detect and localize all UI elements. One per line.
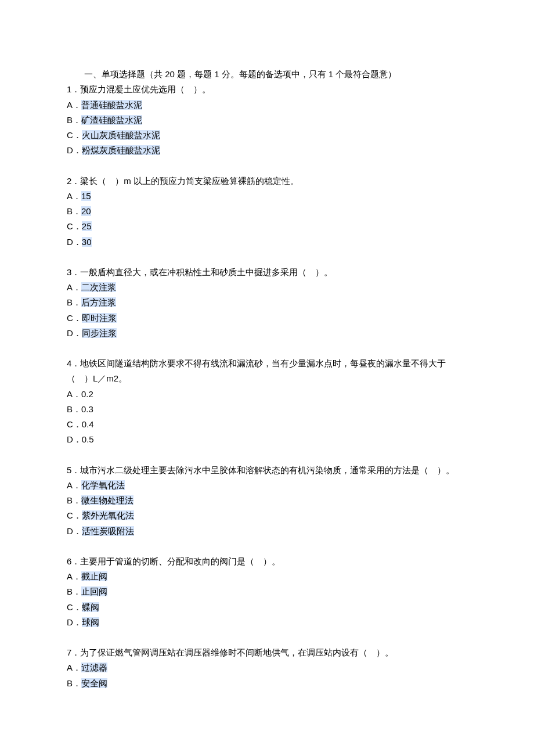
option-label: B． <box>67 495 81 505</box>
option: A．化学氧化法 <box>67 478 467 493</box>
option: C．25 <box>67 219 467 234</box>
option-text: 30 <box>82 237 92 247</box>
option: B．安全阀 <box>67 676 467 691</box>
option: B．后方注浆 <box>67 295 467 310</box>
question: 1．预应力混凝土应优先选用（ ）。A．普通硅酸盐水泥B．矿渣硅酸盐水泥C．火山灰… <box>67 82 467 158</box>
option: C．火山灰质硅酸盐水泥 <box>67 128 467 143</box>
option-label: C． <box>67 221 82 231</box>
option-text: 截止阀 <box>81 571 107 581</box>
option: A．二次注浆 <box>67 280 467 295</box>
option: D．球阀 <box>67 615 467 630</box>
option: C．蝶阀 <box>67 600 467 615</box>
option-label: B． <box>67 115 81 125</box>
option-text: 活性炭吸附法 <box>82 526 134 536</box>
option: B．止回阀 <box>67 584 467 599</box>
option-label: A． <box>67 282 81 292</box>
option-label: D． <box>67 328 82 338</box>
option-text: 普通硅酸盐水泥 <box>81 100 142 110</box>
option-label: A． <box>67 100 81 110</box>
question: 6．主要用于管道的切断、分配和改向的阀门是（ ）。A．截止阀B．止回阀C．蝶阀D… <box>67 554 467 630</box>
question-text: 5．城市污水二级处理主要去除污水中呈胶体和溶解状态的有机污染物质，通常采用的方法… <box>67 463 467 478</box>
option: A．过滤器 <box>67 660 467 675</box>
option-label: D． <box>67 145 82 155</box>
option-label: B． <box>67 404 81 414</box>
option: A．普通硅酸盐水泥 <box>67 98 467 113</box>
section-header: 一、单项选择题（共 20 题，每题 1 分。每题的备选项中，只有 1 个最符合题… <box>67 67 467 82</box>
questions-container: 1．预应力混凝土应优先选用（ ）。A．普通硅酸盐水泥B．矿渣硅酸盐水泥C．火山灰… <box>67 82 467 691</box>
option-text: 0.5 <box>82 434 94 444</box>
option-label: B． <box>67 586 81 596</box>
option-label: C． <box>67 130 82 140</box>
option-text: 同步注浆 <box>82 328 117 338</box>
option-text: 化学氧化法 <box>81 480 125 490</box>
option: D．30 <box>67 235 467 250</box>
option: A．0.2 <box>67 387 467 402</box>
option-text: 0.3 <box>81 404 93 414</box>
option-label: D． <box>67 434 82 444</box>
question: 5．城市污水二级处理主要去除污水中呈胶体和溶解状态的有机污染物质，通常采用的方法… <box>67 463 467 539</box>
option-text: 后方注浆 <box>81 297 116 307</box>
option-label: D． <box>67 526 82 536</box>
option-text: 0.4 <box>82 419 94 429</box>
option-label: B． <box>67 678 81 688</box>
option: D．粉煤灰质硅酸盐水泥 <box>67 143 467 158</box>
option-label: A． <box>67 480 81 490</box>
option: A．15 <box>67 189 467 204</box>
option-label: D． <box>67 237 82 247</box>
option-label: A． <box>67 663 81 672</box>
option: B．微生物处理法 <box>67 493 467 508</box>
option-label: C． <box>67 419 82 429</box>
question-text: 4．地铁区间隧道结构防水要求不得有线流和漏流砂，当有少量漏水点时，每昼夜的漏水量… <box>67 356 467 387</box>
question-text: 3．一般盾构直径大，或在冲积粘性土和砂质土中掘进多采用（ ）。 <box>67 265 467 280</box>
option: D．0.5 <box>67 432 467 447</box>
question-text: 6．主要用于管道的切断、分配和改向的阀门是（ ）。 <box>67 554 467 569</box>
option-label: C． <box>67 602 82 612</box>
option-text: 球阀 <box>82 617 99 627</box>
option-text: 紫外光氧化法 <box>82 510 134 520</box>
option-text: 微生物处理法 <box>81 495 134 505</box>
question-text: 7．为了保证燃气管网调压站在调压器维修时不间断地供气，在调压站内设有（ ）。 <box>67 645 467 660</box>
option-label: A． <box>67 191 81 201</box>
option-label: D． <box>67 617 82 627</box>
option-text: 20 <box>81 206 91 216</box>
option-label: A． <box>67 389 81 399</box>
question-text: 2．梁长（ ）m 以上的预应力简支梁应验算裸筋的稳定性。 <box>67 174 467 189</box>
option-label: B． <box>67 297 81 307</box>
option-label: B． <box>67 206 81 216</box>
option-text: 二次注浆 <box>81 282 116 292</box>
option-text: 矿渣硅酸盐水泥 <box>81 115 142 125</box>
option: B．矿渣硅酸盐水泥 <box>67 113 467 128</box>
option: A．截止阀 <box>67 569 467 584</box>
option-text: 0.2 <box>81 389 93 399</box>
option: C．0.4 <box>67 417 467 432</box>
option-text: 蝶阀 <box>82 602 99 612</box>
question: 2．梁长（ ）m 以上的预应力简支梁应验算裸筋的稳定性。A．15B．20C．25… <box>67 174 467 250</box>
option: B．0.3 <box>67 402 467 417</box>
option: D．活性炭吸附法 <box>67 524 467 539</box>
option-label: C． <box>67 313 82 323</box>
option-text: 即时注浆 <box>82 313 117 323</box>
question-text: 1．预应力混凝土应优先选用（ ）。 <box>67 82 467 97</box>
option-text: 火山灰质硅酸盐水泥 <box>82 130 160 140</box>
option: C．紫外光氧化法 <box>67 508 467 523</box>
option: D．同步注浆 <box>67 326 467 341</box>
option: C．即时注浆 <box>67 311 467 326</box>
option: B．20 <box>67 204 467 219</box>
question: 7．为了保证燃气管网调压站在调压器维修时不间断地供气，在调压站内设有（ ）。A．… <box>67 645 467 691</box>
option-text: 过滤器 <box>81 663 107 672</box>
option-text: 粉煤灰质硅酸盐水泥 <box>82 145 160 155</box>
question: 4．地铁区间隧道结构防水要求不得有线流和漏流砂，当有少量漏水点时，每昼夜的漏水量… <box>67 356 467 448</box>
option-label: C． <box>67 510 82 520</box>
option-text: 安全阀 <box>81 678 107 688</box>
option-text: 25 <box>82 221 92 231</box>
option-text: 止回阀 <box>81 586 107 596</box>
option-text: 15 <box>81 191 91 201</box>
question: 3．一般盾构直径大，或在冲积粘性土和砂质土中掘进多采用（ ）。A．二次注浆B．后… <box>67 265 467 341</box>
option-label: A． <box>67 571 81 581</box>
